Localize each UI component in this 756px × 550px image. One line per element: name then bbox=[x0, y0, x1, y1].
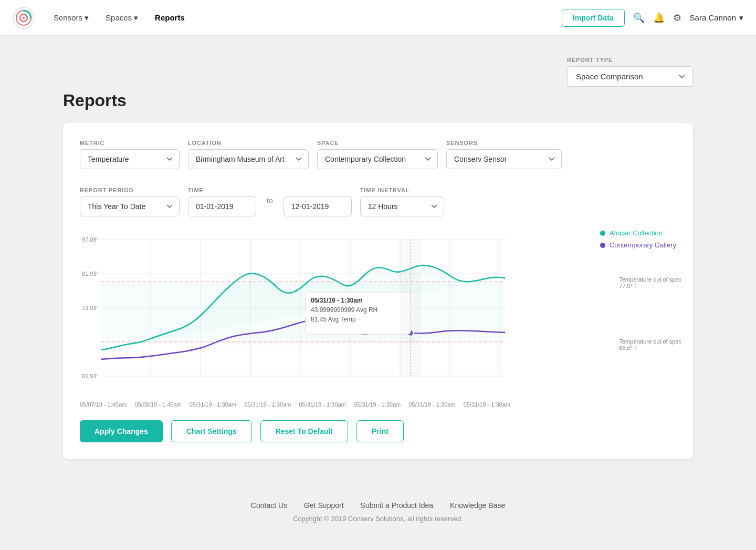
x-label-4: 05/31/19 - 1:30am bbox=[299, 401, 346, 408]
chevron-down-icon: ▾ bbox=[85, 13, 89, 23]
chart-settings-button[interactable]: Chart Settings bbox=[171, 420, 252, 442]
svg-text:81.93°: 81.93° bbox=[82, 271, 99, 277]
nav-sensors[interactable]: Sensors ▾ bbox=[47, 9, 95, 27]
x-label-3: 05/31/19 - 1:30am bbox=[244, 401, 291, 408]
svg-rect-30 bbox=[400, 240, 421, 376]
sensors-filter: SENSORS Conserv Sensor bbox=[446, 140, 562, 169]
chart-area: African Collection Contemporary Gallery bbox=[80, 229, 676, 408]
filters-row: METRIC Temperature LOCATION Birmingham M… bbox=[80, 140, 676, 169]
report-type-row: REPORT TYPE Space Comparison bbox=[63, 57, 693, 87]
x-label-6: 05/31/19 - 1:30am bbox=[408, 401, 455, 408]
metric-filter: METRIC Temperature bbox=[80, 140, 180, 169]
location-label: LOCATION bbox=[188, 140, 309, 146]
footer-contact[interactable]: Contact Us bbox=[251, 501, 287, 510]
svg-text:65.93°: 65.93° bbox=[82, 373, 99, 379]
footer-copyright: Copyright © 2019 Conserv Solutions, all … bbox=[0, 515, 756, 523]
space-select[interactable]: Contemporary Collection bbox=[317, 149, 438, 169]
chart-svg: 97.08° 81.93° 73.93° 65.93° 05/31/19 - 1… bbox=[80, 229, 510, 397]
date-separator-group: X to bbox=[265, 182, 275, 216]
nav-spaces[interactable]: Spaces ▾ bbox=[99, 9, 144, 27]
spec-low-label: Temperature out of spec 66.0° F bbox=[619, 338, 681, 351]
footer: Contact Us Get Support Submit a Product … bbox=[0, 480, 756, 533]
period-select[interactable]: This Year To Date bbox=[80, 196, 180, 216]
action-row: Apply Changes Chart Settings Reset To De… bbox=[80, 420, 676, 442]
user-menu-button[interactable]: Sara Cannon ▾ bbox=[690, 13, 743, 23]
search-icon[interactable]: 🔍 bbox=[633, 12, 645, 24]
print-button[interactable]: Print bbox=[356, 420, 404, 442]
interval-select[interactable]: 12 Hours bbox=[360, 196, 444, 216]
interval-label: TIME INETRVAL bbox=[360, 187, 444, 193]
report-card: METRIC Temperature LOCATION Birmingham M… bbox=[63, 123, 693, 459]
metric-label: METRIC bbox=[80, 140, 180, 146]
date-separator: to bbox=[265, 191, 275, 210]
spec-high-text: Temperature out of spec bbox=[619, 276, 681, 283]
svg-text:43.9999999999 Avg RH: 43.9999999999 Avg RH bbox=[311, 306, 377, 314]
navbar: Sensors ▾ Spaces ▾ Reports Import Data 🔍… bbox=[0, 0, 756, 36]
location-select[interactable]: Birmingham Museum of Art bbox=[188, 149, 309, 169]
footer-links: Contact Us Get Support Submit a Product … bbox=[0, 501, 756, 510]
apply-changes-button[interactable]: Apply Changes bbox=[80, 420, 163, 442]
spec-low-text: Temperature out of spec bbox=[619, 338, 681, 345]
x-label-5: 05/31/19 - 1:30am bbox=[354, 401, 401, 408]
page-content: REPORT TYPE Space Comparison Reports MET… bbox=[0, 36, 756, 459]
interval-filter: TIME INETRVAL 12 Hours bbox=[360, 187, 444, 216]
footer-support[interactable]: Get Support bbox=[304, 501, 344, 510]
location-filter: LOCATION Birmingham Museum of Art bbox=[188, 140, 309, 169]
period-row: REPORT PERIOD This Year To Date TIME X t… bbox=[80, 182, 676, 216]
spec-low-value: 66.0° F bbox=[619, 345, 681, 351]
date-from-input[interactable] bbox=[188, 196, 256, 216]
date-to-input[interactable] bbox=[284, 196, 352, 216]
time-label: TIME bbox=[188, 187, 256, 193]
x-labels: 05/07/19 - 1:45am 05/08/19 - 1:45am 05/3… bbox=[80, 397, 510, 408]
space-filter: SPACE Contemporary Collection bbox=[317, 140, 438, 169]
period-label: REPORT PERIOD bbox=[80, 187, 180, 193]
footer-product-idea[interactable]: Submit a Product Idea bbox=[361, 501, 434, 510]
svg-point-3 bbox=[23, 17, 25, 19]
space-label: SPACE bbox=[317, 140, 438, 146]
import-data-button[interactable]: Import Data bbox=[562, 9, 625, 27]
spec-high-label: Temperature out of spec 77.0° F bbox=[619, 276, 681, 289]
nav-reports[interactable]: Reports bbox=[149, 9, 191, 26]
x-label-7: 05/31/19 - 1:30am bbox=[464, 401, 510, 408]
footer-knowledge[interactable]: Knowledge Base bbox=[450, 501, 505, 510]
svg-text:97.08°: 97.08° bbox=[82, 236, 99, 243]
time-from-filter: TIME bbox=[188, 187, 256, 216]
gear-icon[interactable]: ⚙ bbox=[673, 12, 681, 24]
report-type-select[interactable]: Space Comparison bbox=[567, 66, 693, 87]
svg-text:05/31/19 - 1:30am: 05/31/19 - 1:30am bbox=[311, 297, 363, 304]
svg-text:73.93°: 73.93° bbox=[82, 305, 99, 311]
page-title: Reports bbox=[63, 91, 693, 110]
reset-button[interactable]: Reset To Default bbox=[260, 420, 348, 442]
bell-icon[interactable]: 🔔 bbox=[653, 12, 665, 24]
user-name: Sara Cannon bbox=[690, 13, 736, 22]
x-label-0: 05/07/19 - 1:45am bbox=[80, 401, 127, 408]
x-label-1: 05/08/19 - 1:45am bbox=[134, 401, 181, 408]
sensors-select[interactable]: Conserv Sensor bbox=[446, 149, 562, 169]
report-type-label: REPORT TYPE bbox=[567, 57, 693, 63]
nav-right: Import Data 🔍 🔔 ⚙ Sara Cannon ▾ bbox=[562, 9, 743, 27]
app-logo bbox=[13, 7, 35, 29]
sensors-label: SENSORS bbox=[446, 140, 562, 146]
period-filter: REPORT PERIOD This Year To Date bbox=[80, 187, 180, 216]
chevron-down-icon: ▾ bbox=[739, 13, 743, 23]
svg-text:81.45 Avg Temp: 81.45 Avg Temp bbox=[311, 316, 356, 323]
x-label-2: 05/31/19 - 1:30am bbox=[190, 401, 236, 408]
spec-high-value: 77.0° F bbox=[619, 283, 681, 289]
chevron-down-icon: ▾ bbox=[134, 13, 138, 23]
nav-links: Sensors ▾ Spaces ▾ Reports bbox=[47, 9, 191, 27]
metric-select[interactable]: Temperature bbox=[80, 149, 180, 169]
time-to-filter: X bbox=[284, 187, 352, 216]
